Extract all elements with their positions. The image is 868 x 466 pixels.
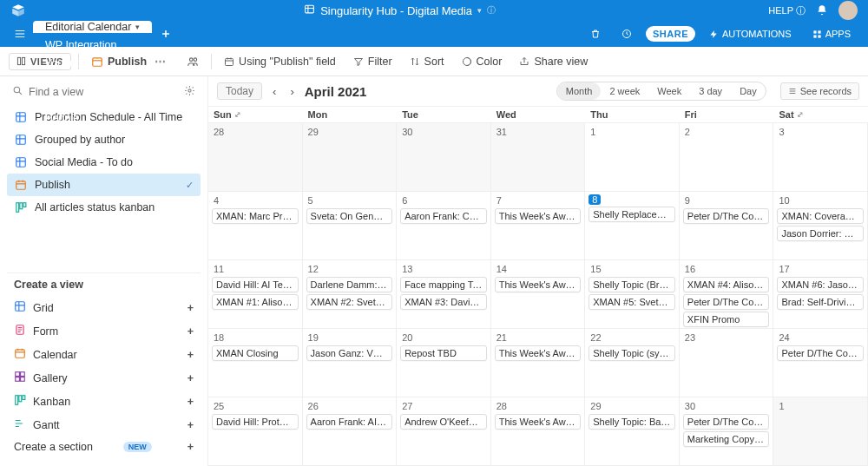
create-view-item[interactable]: Kanban+	[7, 390, 201, 413]
calendar-cell[interactable]: 18XMAN Closing	[208, 329, 303, 397]
collaborators-icon[interactable]	[181, 53, 204, 70]
calendar-cell[interactable]: 25David Hill: Protein struc…	[208, 397, 303, 466]
date-field-button[interactable]: Using "Publish" field	[219, 53, 341, 70]
calendar-cell[interactable]: 31	[491, 123, 586, 192]
calendar-event[interactable]: XMAN: Marc Prosser on…	[212, 208, 299, 224]
more-icon[interactable]: ⋯	[151, 55, 169, 68]
add-table-button[interactable]	[152, 21, 180, 47]
table-tab[interactable]: People	[33, 112, 152, 124]
next-month-button[interactable]: ›	[286, 83, 297, 100]
calendar-event[interactable]: Shelly Topic (Brain deat…	[589, 277, 675, 292]
calendar-event[interactable]: Aaron Frank: Changing …	[400, 208, 487, 224]
calendar-cell[interactable]: 8Shelly Replacement: Ja…	[585, 192, 680, 260]
calendar-event[interactable]: XMAN #1: Alison (Hod L…	[212, 294, 299, 310]
expand-icon[interactable]: ⤢	[797, 110, 804, 119]
calendar-cell[interactable]: 11David Hill: AI Teaching …XMAN #1: Alis…	[208, 260, 303, 329]
range-option[interactable]: Month	[557, 82, 602, 100]
calendar-cell[interactable]: 17XMAN #6: Jason (John …Brad: Self-Drivi…	[773, 260, 868, 329]
calendar-cell[interactable]: 12Darlene Damm: GGC Hi…XMAN #2: Sveta (D…	[303, 260, 398, 329]
calendar-event[interactable]: Jason Dorrier: Nanobiot…	[777, 226, 864, 241]
calendar-cell[interactable]: 30	[397, 123, 491, 192]
calendar-cell[interactable]: 5Sveta: On Generative D…	[303, 192, 398, 260]
calendar-event[interactable]: Brad: Self-Driving Truck…	[777, 294, 864, 310]
sidebar-toggle-icon[interactable]	[7, 21, 33, 47]
apps-button[interactable]: APPS	[806, 26, 858, 42]
calendar-cell[interactable]: 16XMAN #4: Alison (Sand…Peter D/The Conv…	[680, 260, 774, 329]
view-list-item[interactable]: Publish✓	[7, 174, 201, 196]
create-view-item[interactable]: Calendar+	[7, 343, 201, 366]
calendar-event[interactable]: David Hill: Protein struc…	[212, 414, 299, 430]
calendar-event[interactable]: XMAN: Coverage Openi…	[777, 208, 864, 224]
calendar-cell[interactable]: 27Andrew O'Keefe: AR vid…	[397, 397, 491, 466]
calendar-event[interactable]: This Week's Awesome …	[495, 414, 582, 430]
calendar-cell[interactable]: 1	[585, 123, 680, 192]
calendar-cell[interactable]: 10XMAN: Coverage Openi…Jason Dorrier: Na…	[773, 192, 868, 260]
user-avatar[interactable]	[838, 1, 858, 20]
calendar-event[interactable]: Andrew O'Keefe: AR vid…	[400, 414, 487, 430]
create-section-button[interactable]: Create a section NEW +	[7, 436, 201, 457]
expand-icon[interactable]: ⤢	[234, 110, 241, 119]
prev-month-button[interactable]: ‹	[269, 83, 279, 100]
calendar-event[interactable]: XMAN #2: Sveta (Daniel…	[306, 294, 393, 310]
calendar-cell[interactable]: 28	[208, 123, 303, 192]
calendar-event[interactable]: Peter D/The Conversati…	[683, 294, 770, 310]
range-option[interactable]: Week	[648, 82, 690, 100]
calendar-cell[interactable]: 14This Week's Awesome …	[491, 260, 586, 329]
table-tab[interactable]: YouTube	[33, 57, 152, 69]
range-option[interactable]: Day	[731, 82, 766, 100]
calendar-cell[interactable]: 28This Week's Awesome …	[491, 397, 586, 466]
calendar-cell[interactable]: 21This Week's Awesome …	[491, 329, 586, 397]
info-icon[interactable]: ⓘ	[487, 4, 496, 16]
calendar-cell[interactable]: 1	[773, 397, 868, 466]
calendar-cell[interactable]: 13Face mapping Tech for …XMAN #3: David …	[397, 260, 491, 329]
calendar-event[interactable]: This Week's Awesome …	[495, 277, 582, 292]
calendar-event[interactable]: Aaron Frank: AI research	[306, 414, 393, 430]
calendar-event[interactable]: XMAN #5: Sveta (Kevin …	[589, 294, 675, 310]
calendar-event[interactable]: Shelly Topic: Bank of Ph…	[589, 414, 675, 430]
calendar-event[interactable]: Marketing Copywriter: …	[683, 431, 770, 447]
calendar-event[interactable]: Jason Ganz: VR Manife…	[306, 345, 393, 361]
gear-icon[interactable]	[184, 85, 195, 99]
calendar-cell[interactable]: 2	[680, 123, 774, 192]
chevron-down-icon[interactable]: ▾	[477, 6, 482, 15]
calendar-cell[interactable]: 15Shelly Topic (Brain deat…XMAN #5: Svet…	[585, 260, 680, 329]
calendar-cell[interactable]: 6Aaron Frank: Changing …	[397, 192, 491, 260]
calendar-event[interactable]: XMAN #4: Alison (Sand…	[683, 277, 770, 292]
history-icon[interactable]	[615, 26, 639, 42]
calendar-event[interactable]: David Hill: AI Teaching …	[212, 277, 299, 292]
table-tab[interactable]: WP Integration	[33, 39, 152, 51]
calendar-cell[interactable]: 23	[680, 329, 774, 397]
sort-button[interactable]: Sort	[404, 53, 450, 70]
range-option[interactable]: 3 day	[690, 82, 731, 100]
create-view-item[interactable]: Gallery+	[7, 366, 201, 390]
calendar-cell[interactable]: 20Repost TBD	[397, 329, 491, 397]
create-view-item[interactable]: Gantt+	[7, 413, 201, 436]
table-tab[interactable]: Editorial Calendar▾	[33, 21, 152, 33]
calendar-cell[interactable]: 4XMAN: Marc Prosser on…	[208, 192, 303, 260]
view-list-item[interactable]: All articles status kanban	[7, 196, 201, 219]
calendar-event[interactable]: Peter D/The Conversati…	[683, 414, 770, 430]
calendar-cell[interactable]: 9Peter D/The Conversati…	[680, 192, 774, 260]
view-list-item[interactable]: Grouped by author	[7, 128, 201, 151]
filter-button[interactable]: Filter	[348, 53, 398, 70]
calendar-event[interactable]: XMAN Closing	[212, 345, 299, 361]
view-list-item[interactable]: Social Media - To do	[7, 151, 201, 174]
help-link[interactable]: HELP ⓘ	[768, 4, 806, 17]
calendar-cell[interactable]: 30Peter D/The Conversati…Marketing Copyw…	[680, 397, 774, 466]
color-button[interactable]: Color	[457, 53, 508, 70]
calendar-event[interactable]: Face mapping Tech for …	[400, 277, 487, 292]
share-button[interactable]: SHARE	[646, 26, 695, 42]
create-view-item[interactable]: Form+	[7, 319, 201, 343]
calendar-cell[interactable]: 19Jason Ganz: VR Manife…	[303, 329, 398, 397]
calendar-cell[interactable]: 22Shelly Topic (synthetic …	[585, 329, 680, 397]
calendar-event[interactable]: Repost TBD	[400, 345, 487, 361]
table-tab[interactable]: Content Formats	[33, 94, 152, 106]
calendar-event[interactable]: This Week's Awesome …	[495, 208, 582, 224]
calendar-event[interactable]: Darlene Damm: GGC Hi…	[306, 277, 393, 292]
create-view-item[interactable]: Grid+	[7, 296, 201, 319]
notifications-icon[interactable]	[816, 4, 828, 16]
range-option[interactable]: 2 week	[601, 82, 648, 100]
trash-icon[interactable]	[583, 26, 608, 42]
calendar-event[interactable]: Shelly Replacement: Ja…	[589, 207, 675, 222]
calendar-event[interactable]: Peter D/The Conversati…	[777, 345, 864, 361]
